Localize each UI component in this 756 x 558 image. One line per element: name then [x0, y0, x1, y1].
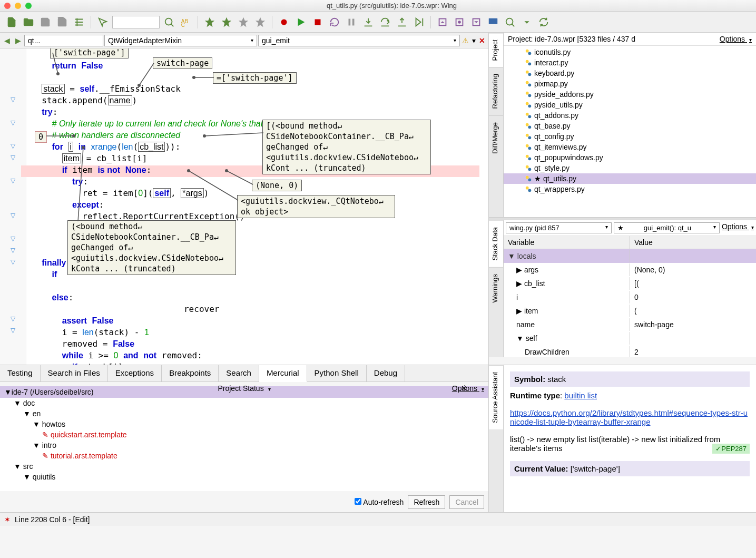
stack-variable-row[interactable]: i0: [504, 290, 756, 304]
fold-marker[interactable]: ▽: [11, 177, 15, 184]
tab-python-shell[interactable]: Python Shell: [307, 365, 367, 381]
doc-link[interactable]: https://docs.python.org/2/library/stdtyp…: [510, 408, 748, 426]
run-to-cursor-icon[interactable]: [411, 15, 426, 30]
vcs-tree-item[interactable]: ▼ quiutils: [0, 472, 488, 482]
project-file-item[interactable]: keyboard.py: [504, 68, 756, 79]
project-file-item[interactable]: pixmap.py: [504, 79, 756, 89]
nav-forward-icon[interactable]: ▶: [13, 36, 23, 45]
pause-icon[interactable]: [344, 15, 359, 30]
project-tree[interactable]: iconutils.pyinteract.pykeyboard.pypixmap…: [504, 46, 756, 217]
save-all-icon[interactable]: [55, 15, 70, 30]
goto-input[interactable]: [112, 16, 160, 28]
tab-mercurial[interactable]: Mercurial: [259, 365, 307, 382]
open-folder-icon[interactable]: [21, 15, 36, 30]
vcs-tree-item[interactable]: ✎ quickstart.arst.template: [0, 429, 488, 440]
tab-source-assistant[interactable]: Source Assistant: [489, 365, 503, 429]
bug-icon[interactable]: ✶: [4, 515, 11, 524]
monitor-icon[interactable]: [486, 15, 500, 30]
col-variable[interactable]: Variable: [504, 236, 630, 249]
vcs-tree-item[interactable]: ▼ howtos: [0, 419, 488, 429]
vcs-tree-item[interactable]: ▼ intro: [0, 440, 488, 451]
bookmark-add-icon[interactable]: [219, 15, 234, 30]
project-file-item[interactable]: qt_popupwindows.py: [504, 152, 756, 163]
step-out-icon[interactable]: [395, 15, 409, 30]
indent-icon[interactable]: [72, 15, 86, 30]
vcs-tree-item[interactable]: ▼ en: [0, 408, 488, 419]
tab-warnings[interactable]: Warnings: [489, 267, 503, 309]
tab-testing[interactable]: Testing: [0, 365, 41, 381]
project-file-item[interactable]: pyside_utils.py: [504, 100, 756, 110]
class-selector[interactable]: QtWidgetAdapterMixin▾: [104, 35, 257, 46]
search-icon[interactable]: [162, 15, 176, 30]
refresh-button[interactable]: Refresh: [408, 495, 445, 509]
stack-variable-row[interactable]: DrawChildren2: [504, 345, 756, 357]
code-editor[interactable]: ▽ ▽ ▽ ▽ ▽ ▽ ▽ ▽ ▽ ▽ ▽ return False stack…: [0, 48, 488, 365]
project-file-item[interactable]: iconutils.py: [504, 47, 756, 57]
project-file-item[interactable]: interact.py: [504, 57, 756, 68]
project-file-item[interactable]: pyside_addons.py: [504, 89, 756, 100]
project-file-item[interactable]: qt_config.py: [504, 131, 756, 142]
tab-breakpoints[interactable]: Breakpoints: [162, 365, 219, 381]
minimize-window-button[interactable]: [15, 3, 21, 9]
fold-marker[interactable]: ▽: [11, 235, 15, 242]
tab-debug[interactable]: Debug: [367, 365, 405, 381]
bookmark-next-icon[interactable]: [253, 15, 268, 30]
project-status-dropdown[interactable]: Project Status: [218, 384, 263, 393]
stack-options-link[interactable]: Options ▾: [722, 222, 754, 233]
step-over-icon[interactable]: [378, 15, 392, 30]
close-editor-icon[interactable]: ✕: [478, 36, 486, 45]
frame-current-icon[interactable]: [452, 15, 467, 30]
sync-icon[interactable]: [536, 15, 551, 30]
step-into-icon[interactable]: [361, 15, 376, 30]
stop-icon[interactable]: [310, 15, 325, 30]
frame-up-icon[interactable]: [435, 15, 450, 30]
project-file-item[interactable]: qt_wrappers.py: [504, 184, 756, 194]
stack-table[interactable]: Variable Value ▼ locals▶ args(None, 0)▶ …: [504, 236, 756, 357]
fold-marker[interactable]: ▽: [11, 315, 15, 322]
warning-icon[interactable]: ⚠: [461, 36, 470, 45]
bookmark-fill-icon[interactable]: [202, 15, 217, 30]
fold-marker[interactable]: ▽: [11, 119, 15, 126]
file-selector[interactable]: qt...: [24, 35, 103, 46]
vcs-tree-item[interactable]: ▼ src: [0, 461, 488, 472]
stack-variable-row[interactable]: ▶ cb_list[(: [504, 277, 756, 290]
fold-marker[interactable]: ▽: [11, 154, 15, 161]
stack-variable-row[interactable]: nameswitch-page: [504, 318, 756, 331]
project-file-item[interactable]: qt_itemviews.py: [504, 142, 756, 152]
stack-variable-row[interactable]: ▼ self: [504, 331, 756, 345]
restart-icon[interactable]: [327, 15, 342, 30]
stack-variable-row[interactable]: ▶ item(: [504, 304, 756, 318]
new-file-icon[interactable]: [4, 15, 19, 30]
project-file-item[interactable]: qt_base.py: [504, 121, 756, 131]
nav-back-icon[interactable]: ◀: [2, 36, 12, 45]
fold-marker[interactable]: ▽: [11, 258, 15, 266]
frame-down-icon[interactable]: [469, 15, 484, 30]
mercurial-options-link[interactable]: Options ▾: [452, 384, 484, 393]
fold-marker[interactable]: ▽: [11, 96, 15, 103]
fold-marker[interactable]: ▽: [11, 142, 15, 150]
save-icon[interactable]: [38, 15, 53, 30]
col-value[interactable]: Value: [630, 236, 756, 249]
vcs-tree[interactable]: ▼ide-7 (/Users/sdeibel/src) ▼ doc▼ en▼ h…: [0, 386, 488, 492]
stack-variable-row[interactable]: ▶ args(None, 0): [504, 263, 756, 277]
runtime-type-link[interactable]: builtin list: [564, 391, 597, 400]
inspect-icon[interactable]: [503, 15, 517, 30]
project-options-link[interactable]: Options ▾: [720, 35, 752, 43]
maximize-window-button[interactable]: [25, 3, 32, 9]
bookmark-prev-icon[interactable]: [236, 15, 251, 30]
close-window-button[interactable]: [4, 3, 11, 9]
project-file-item[interactable]: qt_addons.py: [504, 110, 756, 121]
tab-stack-data[interactable]: Stack Data: [489, 220, 503, 267]
tab-search[interactable]: Search: [219, 365, 259, 381]
fold-marker[interactable]: ▽: [11, 247, 15, 254]
frame-selector[interactable]: ★ gui_emit(): qt_u▾: [614, 222, 720, 233]
tab-exceptions[interactable]: Exceptions: [108, 365, 162, 381]
tab-refactoring[interactable]: Refactoring: [489, 67, 503, 115]
replace-icon[interactable]: ABC: [179, 15, 193, 30]
breakpoint-icon[interactable]: [277, 15, 291, 30]
project-file-item[interactable]: ★ qt_utils.py: [504, 173, 756, 184]
download-icon[interactable]: [519, 15, 534, 30]
method-selector[interactable]: gui_emit▾: [258, 35, 460, 46]
vcs-tree-item[interactable]: ✎ tutorial.arst.template: [0, 451, 488, 461]
tab-diff-merge[interactable]: Diff/Merge: [489, 115, 503, 160]
